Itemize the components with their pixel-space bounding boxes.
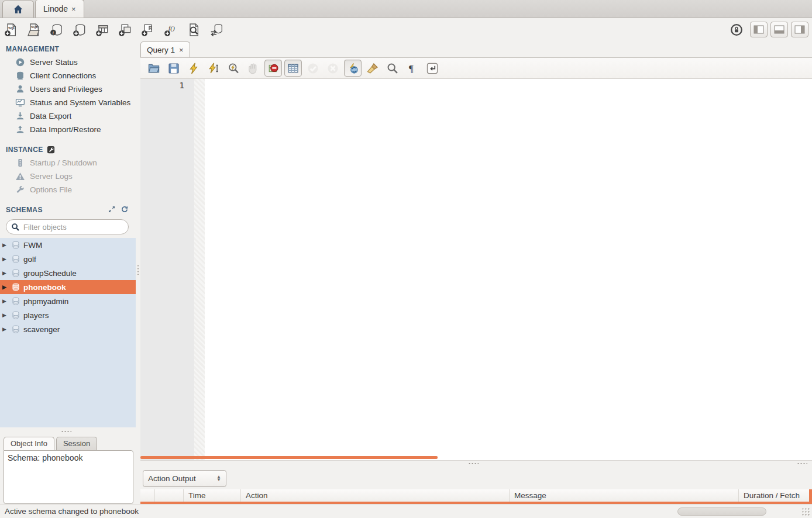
find-icon	[386, 62, 399, 75]
schema-row-phonebook[interactable]: ▶phonebook	[0, 280, 136, 294]
expander-icon[interactable]: ▶	[2, 256, 8, 262]
output-column-duration-fetch[interactable]: Duration / Fetch	[739, 489, 812, 502]
schema-inspector-icon: i	[50, 23, 64, 37]
status-bar: Active schema changed to phonebook	[0, 504, 812, 518]
open-script-button[interactable]	[145, 60, 163, 77]
schema-row-scavenger[interactable]: ▶scavenger	[0, 322, 136, 336]
schema-row-golf[interactable]: ▶golf	[0, 252, 136, 266]
expander-icon[interactable]: ▶	[2, 298, 8, 304]
schema-filter-input[interactable]	[23, 223, 126, 232]
sql-editor[interactable]: 1	[140, 79, 812, 460]
limit-rows-toggle-button[interactable]	[284, 60, 302, 77]
schema-db-icon	[11, 296, 20, 306]
create-function-button[interactable]: f()	[163, 22, 178, 37]
sidebar-item-options-file[interactable]: Options File	[0, 183, 136, 196]
save-script-button[interactable]	[165, 60, 183, 77]
autocommit-toggle-button[interactable]	[344, 60, 362, 77]
tab-object-info[interactable]: Object Info	[4, 437, 54, 450]
status-scrollbar-trough	[677, 507, 766, 516]
sidebar-item-status-and-system-variables[interactable]: Status and System Variables	[0, 96, 136, 109]
new-query-tab-button[interactable]: SQL	[4, 22, 19, 37]
schema-name: golf	[23, 255, 36, 264]
expander-icon[interactable]: ▶	[2, 312, 8, 318]
search-table-data-button[interactable]	[186, 22, 201, 37]
expander-icon[interactable]: ▶	[2, 242, 8, 248]
output-column-action[interactable]: Action	[241, 489, 510, 502]
open-sql-script-button[interactable]: SQL	[26, 22, 42, 37]
schema-filter-box[interactable]	[6, 219, 129, 234]
query-tab-close-icon[interactable]: ×	[179, 46, 184, 54]
create-schema-icon	[73, 23, 87, 37]
expander-icon[interactable]: ▶	[2, 284, 8, 290]
editor-hscrollbar[interactable]	[140, 456, 438, 459]
create-procedure-button[interactable]	[140, 22, 156, 37]
open-script-icon	[147, 62, 160, 75]
expand-schemas-icon[interactable]	[108, 205, 116, 213]
schema-db-icon	[11, 310, 20, 320]
create-table-button[interactable]	[95, 22, 110, 37]
beautify-script-button[interactable]	[364, 60, 381, 77]
expander-icon[interactable]: ▶	[2, 326, 8, 332]
show-invisibles-icon: ¶	[406, 62, 419, 75]
schema-row-groupschedule[interactable]: ▶groupSchedule	[0, 266, 136, 280]
sidebar-item-server-logs[interactable]: Server Logs	[0, 170, 136, 183]
connection-tab-label: Linode	[43, 4, 68, 13]
connection-tab-close-icon[interactable]: ×	[71, 5, 76, 13]
sidebar-item-startup-shutdown[interactable]: Startup / Shutdown	[0, 156, 136, 170]
output-column-message[interactable]: Message	[510, 489, 739, 502]
spinner-arrows-icon: ▲▼	[216, 475, 221, 481]
home-tab[interactable]	[2, 1, 34, 18]
create-view-icon	[118, 23, 132, 37]
reconnect-dbms-button[interactable]	[209, 22, 224, 37]
execute-current-statement-button[interactable]	[205, 60, 222, 77]
expander-icon[interactable]: ▶	[2, 270, 8, 276]
schema-list: ▶FWM▶golf▶groupSchedule▶phonebook▶phpmya…	[0, 238, 136, 427]
window-resize-grip[interactable]	[801, 507, 810, 516]
create-view-button[interactable]	[118, 22, 133, 37]
connection-tab[interactable]: Linode ×	[35, 0, 84, 18]
output-splitter[interactable]	[140, 460, 812, 467]
sidebar-item-client-connections[interactable]: Client Connections	[0, 69, 136, 82]
sidebar-splitter[interactable]	[136, 41, 140, 504]
schema-row-fwm[interactable]: ▶FWM	[0, 238, 136, 252]
create-function-icon: f()	[164, 23, 178, 37]
refresh-schemas-icon[interactable]	[121, 205, 129, 213]
execute-button[interactable]	[185, 60, 202, 77]
create-schema-button[interactable]	[72, 22, 87, 37]
find-button[interactable]	[384, 60, 401, 77]
server-status-icon	[15, 57, 25, 67]
sidebar: MANAGEMENT Server StatusClient Connectio…	[0, 41, 136, 504]
stop-on-error-toggle-button[interactable]	[264, 60, 282, 77]
output-column-time[interactable]: Time	[184, 489, 241, 502]
output-panel-bar: Action Output ▲▼	[140, 467, 812, 489]
output-vscrollbar[interactable]	[809, 489, 812, 504]
explain-plan-button[interactable]	[225, 60, 242, 77]
toggle-bottom-panel-button[interactable]	[770, 22, 788, 37]
tab-session[interactable]: Session	[56, 437, 97, 450]
query-tab[interactable]: Query 1 ×	[140, 42, 190, 57]
output-selector-dropdown[interactable]: Action Output ▲▼	[143, 470, 226, 487]
toggle-left-panel-button[interactable]	[750, 22, 768, 37]
schema-inspector-button[interactable]: i	[49, 22, 64, 37]
startup-shutdown-icon	[15, 158, 25, 168]
panel-right-icon	[794, 25, 805, 34]
show-invisibles-button[interactable]: ¶	[404, 60, 421, 77]
nav-item-label: Startup / Shutdown	[30, 158, 97, 167]
wrap-text-button[interactable]	[424, 60, 441, 77]
toggle-right-panel-button[interactable]	[791, 22, 808, 37]
new-query-tab-icon: SQL	[4, 23, 18, 37]
schema-row-phpmyadmin[interactable]: ▶phpmyadmin	[0, 294, 136, 308]
schema-row-players[interactable]: ▶players	[0, 308, 136, 322]
schemas-section-title: SCHEMAS	[0, 202, 108, 216]
sidebar-item-users-and-privileges[interactable]: Users and Privileges	[0, 82, 136, 96]
wrench-badge-icon	[47, 146, 55, 154]
client-connections-icon	[15, 71, 25, 81]
sidebar-item-server-status[interactable]: Server Status	[0, 56, 136, 69]
editor-text-area[interactable]	[205, 79, 812, 460]
sidebar-item-data-export[interactable]: Data Export	[0, 109, 136, 123]
output-column-blank-0[interactable]	[140, 489, 155, 502]
output-column-blank-1[interactable]	[155, 489, 184, 502]
object-info-splitter[interactable]	[0, 427, 136, 435]
execute-current-statement-icon	[207, 62, 220, 75]
sidebar-item-data-import-restore[interactable]: Data Import/Restore	[0, 123, 136, 136]
